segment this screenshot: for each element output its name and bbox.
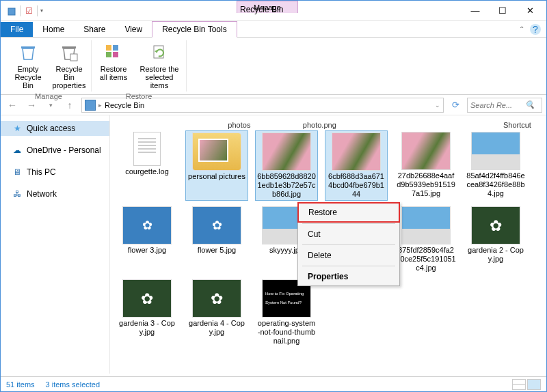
restore-all-button[interactable]: Restore all items [94,40,133,91]
nav-label: This PC [27,167,56,177]
file-item[interactable]: personal pictures [185,130,248,201]
separator [37,5,38,16]
ctx-cut[interactable]: Cut [298,225,399,243]
file-item[interactable]: 6cbf688d3aa6714bcd04fbe679b144 [325,130,388,201]
file-thumbnail [332,132,381,171]
file-item[interactable]: gardenia 2 - Copy.jpg [464,205,527,274]
tab-recycle-bin-tools[interactable]: Recycle Bin Tools [152,21,237,38]
computer-icon: 🖥 [12,167,23,178]
properties-icon [58,42,80,64]
ctx-delete[interactable]: Delete [298,247,399,264]
close-button[interactable]: ✕ [516,1,544,20]
svg-rect-1 [21,46,35,48]
refresh-button[interactable]: ⟳ [448,100,463,110]
empty-bin-icon [17,42,39,64]
recycle-bin-small-icon [85,100,96,111]
maximize-button[interactable]: ☐ [489,1,516,20]
ctx-restore[interactable]: Restore [297,202,400,223]
folder-icon [192,132,241,171]
file-item[interactable]: 85af4d2f4ffb846ecea8f3426f8e88b4.jpg [464,130,527,201]
forward-button[interactable]: → [24,98,39,113]
ribbon: Empty Recycle Bin Recycle Bin properties… [1,38,546,95]
svg-rect-7 [113,52,118,57]
file-name-label: gardenia 4 - Copy.jpg [187,319,247,337]
file-item[interactable]: flower 3.jpg [116,205,178,274]
tab-share[interactable]: Share [74,22,115,37]
ribbon-group-restore: Restore all items Restore the selected i… [92,40,187,92]
file-name-label: flower 5.jpg [198,246,236,255]
up-button[interactable]: ↑ [62,98,77,113]
content-area: ★ Quick access ☁ OneDrive - Personal 🖥 T… [1,115,546,374]
properties-qat-icon[interactable]: ☑ [23,5,34,16]
restore-all-icon [103,42,124,64]
nav-label: Network [27,189,57,199]
file-name-label: personal pictures [188,172,245,181]
separator [20,5,21,16]
breadcrumb[interactable]: Recycle Bin [105,101,144,109]
network-icon: 🖧 [12,188,23,199]
file-item[interactable]: gardenia 3 - Copy.jpg [116,278,178,347]
empty-recycle-bin-button[interactable]: Empty Recycle Bin [9,40,47,91]
file-item[interactable]: 6bb859628d88201edb1e3b72e57cb86d.jpg [255,130,318,201]
file-name-label: operating-system-not-found-thumbnail.png [256,319,317,346]
search-icon[interactable]: 🔍 [525,100,535,109]
collapse-ribbon-icon[interactable]: ⌃ [519,25,524,33]
file-item[interactable]: gardenia 4 - Copy.jpg [185,278,248,347]
help-icon[interactable]: ? [530,24,541,35]
svg-rect-5 [113,45,118,51]
nav-network[interactable]: 🖧 Network [1,186,109,201]
view-switcher [512,379,541,390]
nav-quick-access[interactable]: ★ Quick access [1,121,109,136]
file-name-label: 6cbf688d3aa6714bcd04fbe679b144 [327,172,386,199]
back-button[interactable]: ← [5,98,20,113]
quick-access-toolbar: ☑ ▾ [1,5,51,16]
window-title: Recycle Bin [240,5,283,14]
file-thumbnail [133,132,161,166]
restore-selected-button[interactable]: Restore the selected items [135,40,183,91]
search-input[interactable] [470,101,525,109]
ctx-properties[interactable]: Properties [298,268,399,285]
address-dropdown-icon[interactable]: ⌄ [435,102,440,109]
column-header: Shortcut [494,121,541,129]
window-controls: — ☐ ✕ [462,1,544,20]
cloud-icon: ☁ [12,145,23,156]
icons-view-button[interactable] [527,379,541,390]
file-item[interactable]: 375fdf2859c4fa2e0ce25f5c191051c4.jpg [395,205,457,274]
address-bar: ← → ▾ ↑ ▸ Recycle Bin ⌄ ⟳ 🔍 [1,95,546,115]
search-box[interactable]: 🔍 [467,98,542,113]
file-name-label: 375fdf2859c4fa2e0ce25f5c191051c4.jpg [396,246,456,272]
file-item[interactable]: 27db26688e4aafd9b5939eb915197a15.jpg [395,130,457,201]
file-thumbnail [122,279,172,318]
minimize-button[interactable]: — [462,1,489,20]
recent-locations-icon[interactable]: ▾ [43,98,58,113]
recycle-bin-properties-button[interactable]: Recycle Bin properties [50,40,88,91]
file-name-label: 27db26688e4aafd9b5939eb915197a15.jpg [396,171,456,198]
nav-onedrive[interactable]: ☁ OneDrive - Personal [1,143,109,158]
file-item[interactable]: flower 5.jpg [185,205,248,274]
tab-file[interactable]: File [1,22,33,37]
svg-rect-6 [106,52,111,57]
restore-selected-icon [148,42,170,64]
file-item[interactable]: courgette.log [116,130,178,201]
breadcrumb-separator-icon[interactable]: ▸ [98,102,102,109]
nav-this-pc[interactable]: 🖥 This PC [1,165,109,180]
button-label: Empty Recycle Bin [10,65,46,89]
file-name-label: 6bb859628d88201edb1e3b72e57cb86d.jpg [257,172,316,199]
tab-view[interactable]: View [115,22,152,37]
title-bar: ☑ ▾ Manage Recycle Bin — ☐ ✕ [1,1,546,21]
button-label: Restore the selected items [137,65,182,89]
nav-label: Quick access [27,124,75,133]
details-view-button[interactable] [512,379,526,390]
address-field[interactable]: ▸ Recycle Bin ⌄ [81,98,444,113]
file-thumbnail [401,206,451,244]
file-thumbnail [401,132,451,170]
button-label: Recycle Bin properties [51,65,87,89]
qat-dropdown-icon[interactable]: ▾ [40,8,46,14]
recycle-bin-icon[interactable] [6,5,17,16]
file-thumbnail [471,132,520,170]
file-name-label: gardenia 3 - Copy.jpg [117,319,177,337]
file-name-label: flower 3.jpg [128,246,166,255]
file-item[interactable]: How to Fix Operating System Not Found?op… [255,278,318,347]
tab-home[interactable]: Home [33,22,74,37]
button-label: Restore all items [100,65,127,81]
